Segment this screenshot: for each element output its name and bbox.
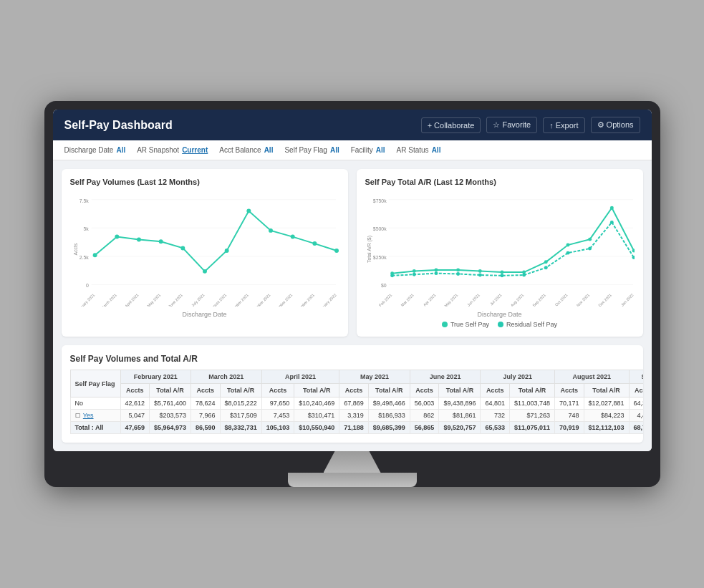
- yes-link[interactable]: Yes: [83, 412, 94, 419]
- col-ar-feb: Total A/R: [150, 384, 191, 397]
- ar-snapshot-value[interactable]: Current: [182, 146, 208, 154]
- ar-x-label-11: Dec 2021: [597, 293, 612, 307]
- total-feb-ar: $5,964,973: [150, 422, 191, 434]
- ar-status-value[interactable]: All: [432, 146, 441, 154]
- ar-y-axis-label: Total A/R ($): [366, 236, 372, 263]
- discharge-date-filter-group: Discharge Date All: [64, 146, 126, 154]
- col-group-jul: July 2021: [481, 370, 555, 384]
- volumes-table: Self Pay Flag February 2021 March 2021 A…: [70, 370, 643, 434]
- y-axis-label: Accts: [72, 243, 77, 255]
- no-mar-ar: $8,015,222: [220, 397, 261, 410]
- favorite-button[interactable]: ☆ Favorite: [486, 117, 537, 133]
- ar-x-label-1: Feb 2021: [377, 293, 392, 307]
- no-jul-ar: $11,003,748: [509, 397, 554, 410]
- export-button[interactable]: ↑ Export: [543, 117, 584, 133]
- col-ar-mar: Total A/R: [220, 384, 261, 397]
- ar-dot-r6: [500, 274, 503, 277]
- self-pay-flag-label: Self Pay Flag: [284, 146, 327, 154]
- vol-dot-4: [158, 239, 163, 244]
- acct-balance-value[interactable]: All: [264, 146, 274, 154]
- x-label-3: April 2021: [124, 293, 140, 307]
- filter-bar: Discharge Date All AR Snapshot Current A…: [53, 140, 652, 160]
- ar-x-label-3: Apr 2021: [422, 293, 436, 307]
- options-button[interactable]: ⚙ Options: [591, 117, 640, 133]
- col-group-may: May 2021: [339, 370, 410, 384]
- yes-mar-ar: $317,509: [220, 410, 261, 422]
- ar-dot-r4: [456, 272, 460, 276]
- col-accts-jun: Accts: [410, 384, 439, 397]
- ar-status-label: AR Status: [397, 146, 429, 154]
- col-accts-apr: Accts: [261, 384, 294, 397]
- col-ar-aug: Total A/R: [584, 384, 629, 397]
- x-label-1: February 2021: [74, 293, 95, 307]
- total-apr-accts: 105,103: [261, 422, 294, 434]
- volumes-chart-title: Self Pay Volumes (Last 12 Months): [70, 178, 339, 186]
- ar-dot-t2: [412, 269, 415, 273]
- no-mar-accts: 78,624: [191, 397, 221, 410]
- ar-chart-card: Self Pay Total A/R (Last 12 Months) $750…: [357, 169, 643, 337]
- x-label-7: August 2021: [208, 293, 227, 307]
- volumes-x-axis: Discharge Date: [70, 311, 339, 318]
- no-jul-accts: 64,801: [481, 397, 510, 410]
- screen: Self-Pay Dashboard + Collaborate ☆ Favor…: [53, 110, 652, 451]
- ar-dot-t11: [609, 206, 613, 210]
- total-jun-ar: $9,520,757: [439, 422, 481, 434]
- ar-y-tick-3: $250k: [372, 255, 386, 260]
- col-accts-feb: Accts: [120, 384, 150, 397]
- vol-dot-2: [115, 235, 119, 239]
- total-jul-accts: 65,533: [481, 422, 510, 434]
- col-accts-aug: Accts: [555, 384, 584, 397]
- ar-x-label-9: Oct 2021: [554, 293, 568, 307]
- col-accts-jul: Accts: [481, 384, 510, 397]
- ar-dot-t5: [478, 269, 481, 273]
- volumes-chart-card: Self Pay Volumes (Last 12 Months) 7.5k 5…: [62, 169, 348, 337]
- ar-y-tick-2: $500k: [372, 226, 386, 231]
- col-group-mar: March 2021: [191, 370, 262, 384]
- table-row: No 42,612 $5,761,400 78,624 $8,015,222 9…: [70, 397, 643, 410]
- ar-dot-t9: [566, 244, 569, 247]
- total-feb-accts: 47,659: [120, 422, 150, 434]
- ar-chart: $750k $500k $250k $0 Total A/R ($): [365, 192, 635, 307]
- legend-label-true: True Self Pay: [450, 321, 489, 328]
- yes-jun-accts: 862: [410, 410, 439, 422]
- ar-x-label-5: Jun 2021: [466, 293, 480, 307]
- vol-dot-11: [312, 241, 317, 246]
- collaborate-button[interactable]: + Collaborate: [421, 117, 481, 133]
- yes-jun-ar: $81,861: [439, 410, 481, 422]
- yes-mar-accts: 7,966: [191, 410, 221, 422]
- yes-checkbox[interactable]: ☐: [75, 413, 80, 419]
- ar-x-label-6: Jul 2021: [488, 293, 502, 307]
- col-group-sep: September 2021: [629, 370, 642, 384]
- ar-dot-t10: [588, 238, 592, 241]
- stand-base: [288, 473, 417, 487]
- ar-snapshot-label: AR Snapshot: [137, 146, 179, 154]
- yes-sep-accts: 4,454: [629, 410, 642, 422]
- x-label-11: December 2021: [292, 293, 315, 307]
- legend-true-self-pay: True Self Pay: [442, 321, 489, 328]
- x-label-8: September 2021: [226, 293, 249, 307]
- yes-aug-ar: $84,223: [584, 410, 629, 422]
- row-label-no: No: [70, 397, 120, 410]
- no-aug-ar: $12,027,881: [584, 397, 629, 410]
- no-apr-ar: $10,240,469: [294, 397, 339, 410]
- col-accts-mar: Accts: [191, 384, 221, 397]
- x-label-10: November 2021: [270, 293, 293, 307]
- total-mar-ar: $8,332,731: [220, 422, 261, 434]
- acct-balance-label: Acct Balance: [219, 146, 261, 154]
- total-apr-ar: $10,550,940: [294, 422, 339, 434]
- self-pay-flag-filter-group: Self Pay Flag All: [284, 146, 339, 154]
- volumes-chart: 7.5k 5k 2.5k 0 Accts: [70, 192, 339, 307]
- y-tick-1: 7.5k: [79, 198, 89, 203]
- ar-status-filter-group: AR Status All: [397, 146, 441, 154]
- facility-value[interactable]: All: [376, 146, 385, 154]
- self-pay-flag-value[interactable]: All: [330, 146, 339, 154]
- vol-dot-3: [137, 238, 141, 242]
- ar-dot-r5: [478, 274, 481, 277]
- vol-dot-5: [180, 246, 185, 250]
- facility-label: Facility: [351, 146, 373, 154]
- total-aug-ar: $12,112,103: [584, 422, 629, 434]
- table-row: ☐ Yes 5,047 $203,573 7,966 $317,509 7,45…: [70, 410, 643, 422]
- discharge-date-value[interactable]: All: [116, 146, 125, 154]
- vol-dot-7: [224, 249, 228, 253]
- vol-dot-10: [290, 235, 294, 239]
